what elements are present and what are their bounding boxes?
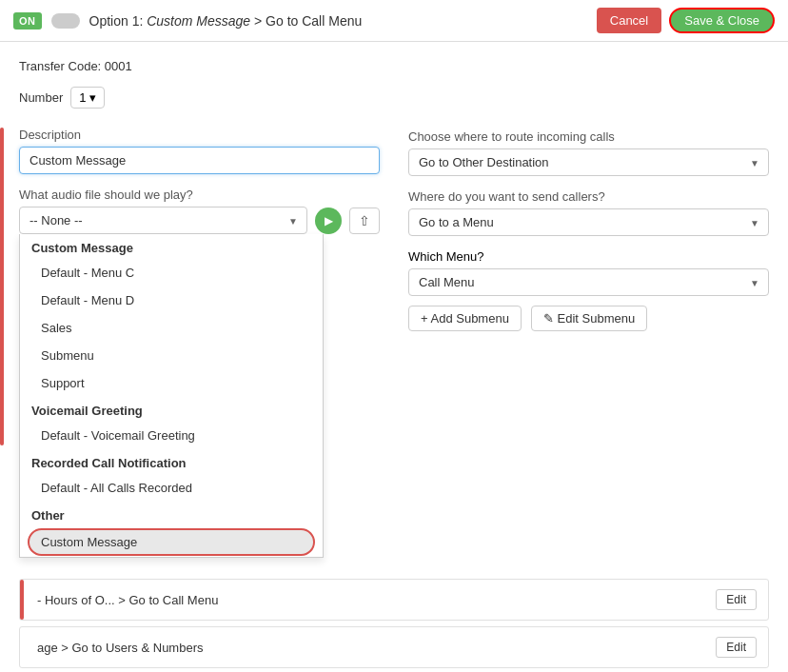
callers-input[interactable]: [408, 208, 769, 236]
route-label: Choose where to route incoming calls: [408, 129, 769, 144]
list-row-inner-1: age > Go to Users & Numbers Edit: [31, 637, 757, 658]
toggle-handle[interactable]: [51, 13, 80, 29]
callers-group: Where do you want to send callers?: [408, 189, 769, 236]
other-group-header: Other: [20, 502, 323, 526]
list-row-text-0: - Hours of O... > Go to Call Menu: [37, 593, 218, 607]
which-menu-label: Which Menu?: [408, 249, 483, 264]
callers-select-wrapper: [408, 208, 769, 236]
toggle-on-label[interactable]: ON: [13, 12, 42, 30]
main-content: Transfer Code: 0001 Number 1 ▾ Descripti…: [0, 42, 788, 672]
add-submenu-button[interactable]: + Add Submenu: [408, 306, 522, 331]
dropdown-item-custom-message[interactable]: Custom Message: [28, 528, 315, 556]
header-buttons: Cancel Save & Close: [597, 8, 775, 33]
dropdown-item-support[interactable]: Support: [20, 369, 323, 397]
which-menu-select-wrapper: [408, 268, 769, 296]
edit-button-0[interactable]: Edit: [716, 589, 757, 610]
dropdown-item-menu-c[interactable]: Default - Menu C: [20, 259, 323, 287]
dropdown-item-default-voicemail[interactable]: Default - Voicemail Greeting: [20, 422, 323, 449]
upload-button[interactable]: ⇧: [349, 208, 380, 234]
header-title-prefix: Option 1:: [89, 13, 148, 29]
which-menu-section: Which Menu? + Add Submenu ✎ Edit Submenu: [408, 249, 769, 331]
list-row-1: age > Go to Users & Numbers Edit: [19, 626, 769, 668]
which-menu-input[interactable]: [408, 268, 769, 296]
dropdown-item-sales[interactable]: Sales: [20, 314, 323, 342]
audio-dropdown-wrapper: [19, 207, 307, 234]
audio-row: ▶ ⇧: [19, 207, 380, 234]
route-group: Choose where to route incoming calls: [408, 129, 769, 176]
audio-label: What audio file should we play?: [19, 188, 380, 202]
route-select-wrapper: [408, 148, 769, 176]
dropdown-item-menu-d[interactable]: Default - Menu D: [20, 287, 323, 314]
list-row-0: - Hours of O... > Go to Call Menu Edit: [19, 579, 769, 621]
audio-group: What audio file should we play? ▶ ⇧ Cust…: [19, 188, 380, 234]
header-left: ON Option 1: Custom Message > Go to Call…: [13, 12, 362, 30]
route-input[interactable]: [408, 148, 769, 176]
number-value: 1: [79, 90, 86, 105]
left-column: Description What audio file should we pl…: [19, 128, 380, 331]
edit-button-1[interactable]: Edit: [716, 637, 757, 658]
header-bar: ON Option 1: Custom Message > Go to Call…: [0, 0, 788, 42]
form-grid: Description What audio file should we pl…: [19, 128, 769, 331]
play-button[interactable]: ▶: [315, 208, 342, 234]
header-title-suffix: > Go to Call Menu: [250, 13, 362, 29]
callers-label: Where do you want to send callers?: [408, 189, 769, 204]
audio-input[interactable]: [19, 207, 307, 234]
description-input[interactable]: [19, 147, 380, 174]
number-row: Number 1 ▾: [19, 87, 769, 109]
transfer-code: Transfer Code: 0001: [19, 59, 769, 73]
save-close-button[interactable]: Save & Close: [669, 8, 775, 33]
right-column: Choose where to route incoming calls Whe…: [408, 128, 769, 331]
header-title-italic: Custom Message: [147, 13, 250, 29]
list-row-text-1: age > Go to Users & Numbers: [37, 641, 204, 655]
number-label: Number: [19, 90, 63, 105]
cancel-button[interactable]: Cancel: [597, 8, 661, 33]
list-row-inner-0: - Hours of O... > Go to Call Menu Edit: [31, 589, 757, 610]
recorded-group-header: Recorded Call Notification: [20, 449, 323, 474]
description-label: Description: [19, 128, 380, 142]
red-border-indicator: [0, 128, 4, 445]
description-group: Description: [19, 128, 380, 174]
dropdown-item-all-calls[interactable]: Default - All Calls Recorded: [20, 474, 323, 502]
custom-message-group-header: Custom Message: [20, 234, 323, 259]
header-title: Option 1: Custom Message > Go to Call Me…: [89, 13, 363, 29]
number-chevron-icon: ▾: [89, 90, 96, 105]
edit-submenu-button[interactable]: ✎ Edit Submenu: [531, 306, 647, 331]
list-rows: - Hours of O... > Go to Call Menu Edit a…: [19, 579, 769, 672]
number-dropdown[interactable]: 1 ▾: [70, 87, 105, 109]
audio-dropdown-list: Custom Message Default - Menu C Default …: [19, 234, 324, 558]
voicemail-group-header: Voicemail Greeting: [20, 397, 323, 422]
row-indicator-0: [20, 580, 24, 620]
submenu-buttons: + Add Submenu ✎ Edit Submenu: [408, 306, 769, 331]
dropdown-item-submenu[interactable]: Submenu: [20, 342, 323, 369]
